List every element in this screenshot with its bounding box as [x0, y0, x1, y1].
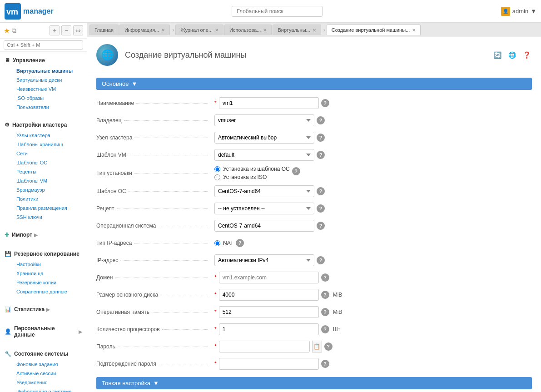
owner-help[interactable]: ? — [317, 116, 325, 124]
add-icon[interactable]: + — [50, 25, 60, 35]
tab-virtual[interactable]: Виртуальны... ✕ — [273, 25, 321, 35]
ip-addr-select[interactable]: Автоматически IPv4 — [214, 254, 314, 266]
password-help[interactable]: ? — [324, 342, 333, 351]
sidebar-item-ssh-keys[interactable]: SSH ключи — [0, 213, 87, 222]
global-search-input[interactable] — [232, 6, 323, 17]
sidebar-item-saved-data[interactable]: Сохраненные данные — [0, 287, 87, 296]
sidebar-item-storages[interactable]: Хранилища — [0, 269, 87, 278]
close-tab-info[interactable]: ✕ — [161, 28, 165, 33]
tab-create-vm[interactable]: Создание виртуальной машины... ✕ — [327, 25, 421, 35]
sidebar-item-storage-templates[interactable]: Шаблоны хранилищ — [0, 140, 87, 149]
os-input[interactable] — [214, 220, 314, 232]
ip-type-nat-radio[interactable] — [214, 240, 220, 246]
tab-bar: Главная Информация... ✕ › Журнал опе... … — [87, 23, 541, 37]
field-os-template-control: CentOS-7-amd64 ? — [214, 185, 532, 197]
expand-icon[interactable]: ⇔ — [73, 25, 83, 35]
confirm-password-input[interactable] — [219, 358, 319, 370]
section-stats-header[interactable]: 📊 Статистика ▶ — [0, 303, 87, 315]
install-type-help[interactable]: ? — [292, 167, 300, 175]
section-import-header[interactable]: ✚ Импорт ▶ — [0, 229, 87, 241]
cpu-input[interactable] — [219, 323, 319, 335]
tab-log[interactable]: Журнал опе... ✕ — [175, 25, 223, 35]
close-tab-virtual[interactable]: ✕ — [313, 28, 316, 33]
install-from-template-radio[interactable] — [214, 166, 220, 172]
sidebar-item-firewall[interactable]: Брандмауэр — [0, 185, 87, 194]
sidebar-search-input[interactable] — [4, 40, 83, 50]
section-personal-header[interactable]: 👤 Персональные данные ▶ — [0, 323, 87, 341]
sidebar-item-vm-templates[interactable]: Шаблоны VM — [0, 176, 87, 185]
name-help[interactable]: ? — [321, 99, 329, 107]
remove-icon[interactable]: − — [61, 25, 71, 35]
sidebar-item-vms[interactable]: Виртуальные машины — [0, 66, 87, 75]
close-tab-usage[interactable]: ✕ — [263, 28, 267, 33]
recipe-select[interactable]: -- не установлен -- — [214, 203, 314, 214]
os-template-select[interactable]: CentOS-7-amd64 — [214, 185, 314, 197]
sidebar-item-backup-copies[interactable]: Резервные копии — [0, 278, 87, 287]
close-tab-create-vm[interactable]: ✕ — [412, 28, 416, 33]
sidebar-item-notifications[interactable]: Уведомления — [0, 378, 87, 387]
section-management-header[interactable]: 🖥 Управление — [0, 55, 87, 66]
sidebar-item-backup-settings[interactable]: Настройки — [0, 260, 87, 269]
install-from-iso-radio[interactable] — [214, 174, 220, 180]
sidebar-item-placement-rules[interactable]: Правила размещения — [0, 203, 87, 213]
sidebar-item-disks[interactable]: Виртуальные диски — [0, 75, 87, 84]
field-ip-type-row: Тип IP-адреса NAT ? — [96, 237, 532, 249]
vm-template-select[interactable]: default — [214, 149, 314, 161]
field-install-type-label: Тип установки — [96, 170, 214, 176]
section-cluster-header[interactable]: ⚙ Настройки кластера — [0, 119, 87, 131]
section-advanced-header[interactable]: Тонкая настройка ▼ — [96, 377, 532, 389]
section-basic-header[interactable]: Основное ▼ — [96, 78, 532, 90]
user-dropdown-icon[interactable]: ▼ — [531, 8, 536, 15]
globe-btn[interactable]: 🌐 — [506, 50, 517, 60]
close-tab-log[interactable]: ✕ — [215, 28, 218, 33]
sidebar-item-users[interactable]: Пользователи — [0, 103, 87, 112]
sidebar-item-active-sessions[interactable]: Активные сессии — [0, 369, 87, 378]
user-label: admin — [512, 8, 528, 15]
recipe-help[interactable]: ? — [317, 204, 325, 213]
ip-type-help[interactable]: ? — [236, 239, 244, 247]
ram-help[interactable]: ? — [321, 308, 329, 316]
domain-help[interactable]: ? — [321, 273, 329, 282]
section-backup-header[interactable]: 💾 Резервное копирование — [0, 248, 87, 260]
domain-input[interactable] — [219, 272, 319, 283]
os-help[interactable]: ? — [317, 222, 325, 230]
confirm-password-help[interactable]: ? — [321, 360, 329, 368]
field-vm-template-row: Шаблон VM default ? — [96, 149, 532, 161]
sidebar-item-policies[interactable]: Политики — [0, 194, 87, 203]
section-system-state-header[interactable]: 🔧 Состояние системы — [0, 348, 87, 360]
sidebar-item-cluster-nodes[interactable]: Узлы кластера — [0, 131, 87, 140]
help-btn[interactable]: ❓ — [521, 50, 532, 60]
ram-input[interactable] — [219, 306, 319, 318]
name-input[interactable] — [219, 97, 319, 109]
sidebar-item-sys-info[interactable]: Информация о системе — [0, 387, 87, 392]
sidebar-item-bg-tasks[interactable]: Фоновые задания — [0, 360, 87, 369]
sidebar-item-recipes[interactable]: Рецепты — [0, 167, 87, 176]
sidebar-item-os-templates[interactable]: Шаблоны ОС — [0, 158, 87, 167]
password-copy-btn[interactable]: 📋 — [312, 341, 322, 352]
tab-home[interactable]: Главная — [89, 25, 119, 35]
copy-icon[interactable]: ⧉ — [12, 27, 16, 35]
tab-usage[interactable]: Использова... ✕ — [224, 25, 272, 35]
sidebar-item-networks[interactable]: Сети — [0, 149, 87, 158]
sidebar-item-iso[interactable]: ISO-образы — [0, 94, 87, 103]
cpu-help[interactable]: ? — [321, 325, 329, 333]
owner-select[interactable]: vmuser — [214, 114, 314, 126]
field-vm-template-control: default ? — [214, 149, 532, 161]
password-input[interactable] — [219, 341, 310, 352]
tab-info[interactable]: Информация... ✕ — [119, 25, 170, 35]
cluster-node-help[interactable]: ? — [317, 134, 325, 142]
os-template-help[interactable]: ? — [317, 187, 325, 195]
refresh-btn[interactable]: 🔄 — [492, 50, 503, 60]
disk-size-required: * — [214, 292, 217, 298]
user-icon: 👤 — [501, 7, 510, 16]
content-area: Главная Информация... ✕ › Журнал опе... … — [87, 23, 541, 392]
star-icon[interactable]: ★ — [4, 26, 10, 35]
ip-addr-help[interactable]: ? — [317, 256, 325, 264]
field-os-row: Операционная система ? — [96, 219, 532, 232]
sidebar-item-unknown-vms[interactable]: Неизвестные VM — [0, 84, 87, 94]
disk-size-input[interactable] — [219, 289, 319, 301]
cluster-node-select[interactable]: Автоматический выбор — [214, 132, 314, 144]
install-from-template-option: Установка из шаблона ОС — [214, 166, 290, 172]
vm-template-help[interactable]: ? — [317, 151, 325, 159]
disk-size-help[interactable]: ? — [321, 291, 329, 299]
